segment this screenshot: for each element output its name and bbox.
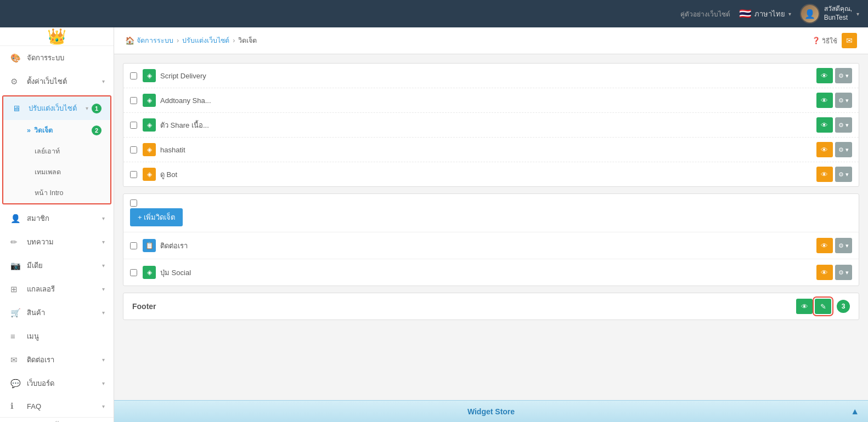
standalone-actions-social: 👁 ⚙ ▾: [816, 265, 852, 280]
user-info[interactable]: 👤 สวัสดีคุณ, BunTest ▾: [800, 4, 859, 24]
widget-settings-button-share[interactable]: ⚙ ▾: [835, 117, 852, 133]
content-area: ◈ Script Delivery 👁 ⚙ ▾ ◈ Addtoany Sha..…: [114, 54, 868, 400]
widget-checkbox-script-delivery[interactable]: [130, 72, 137, 79]
sidebar-sub-item-template[interactable]: เทมเพลด: [3, 162, 110, 183]
sidebar-item-gallery[interactable]: ⊞ แกลเลอรี ▾: [0, 277, 114, 301]
avatar-image: 👤: [801, 5, 819, 22]
sub-intro-label: หน้า Intro: [35, 187, 64, 198]
sidebar-sub-item-layout[interactable]: เลย์เอาท์: [3, 141, 110, 162]
widget-settings-button-hashatit[interactable]: ⚙ ▾: [835, 142, 852, 157]
standalone-settings-button-contact[interactable]: ⚙ ▾: [835, 238, 852, 253]
sidebar-item-members[interactable]: 👤 สมาชิก ▾: [0, 207, 114, 230]
add-widget-checkbox[interactable]: [130, 199, 137, 207]
widget-name-hashatit: hashatit: [160, 146, 816, 154]
widget-name-share: ตัว Share เนื้อ...: [160, 119, 816, 131]
widget-row-hashatit: ◈ hashatit 👁 ⚙ ▾: [123, 138, 859, 162]
guide-link[interactable]: คู่ตัวอย่างเว็บไซต์: [680, 9, 730, 19]
sidebar-item-board[interactable]: 💬 เว็บบอร์ด ▾: [0, 372, 114, 395]
widget-settings-button-du-bot[interactable]: ⚙ ▾: [835, 167, 852, 182]
customize-icon: 🖥: [12, 104, 24, 113]
board-icon: 💬: [10, 379, 22, 389]
settings-arrow-icon: ▾: [102, 78, 105, 84]
widget-icon-hashatit: ◈: [143, 143, 156, 156]
widget-name-addtoany: Addtoany Sha...: [160, 96, 816, 105]
widget-actions-hashatit: 👁 ⚙ ▾: [816, 142, 852, 157]
notification-icon: ✉: [846, 36, 853, 45]
sidebar-item-products[interactable]: 🛒 สินค้า ▾: [0, 301, 114, 324]
widget-actions-du-bot: 👁 ⚙ ▾: [816, 167, 852, 182]
sidebar-item-manage[interactable]: 🎨 จัดการระบบ: [0, 46, 114, 70]
sidebar-item-media[interactable]: 📷 มีเดีย ▾: [0, 254, 114, 277]
standalone-row-contact: 📋 ติดต่อเรา 👁 ⚙ ▾: [123, 232, 859, 259]
sub-template-label: เทมเพลด: [35, 167, 61, 178]
widget-store-bar[interactable]: Widget Store ▲: [114, 400, 868, 422]
products-arrow-icon: ▾: [102, 310, 105, 316]
lang-selector[interactable]: 🇹🇭 ภาษาไทย ▾: [739, 8, 791, 20]
standalone-row-social: ◈ ปุ่ม Social 👁 ⚙ ▾: [123, 259, 859, 286]
sidebar-menu: 🎨 จัดการระบบ ⚙ ตั้งค่าเว็บไซต์ ▾ 🖥 ปรับแ…: [0, 46, 114, 417]
widget-list-container: ◈ Script Delivery 👁 ⚙ ▾ ◈ Addtoany Sha..…: [123, 63, 859, 187]
home-icon: 🏠: [125, 36, 134, 45]
top-header: คู่ตัวอย่างเว็บไซต์ 🇹🇭 ภาษาไทย ▾ 👤 สวัสด…: [0, 0, 868, 27]
standalone-icon-contact: 📋: [143, 239, 156, 252]
widget-store-label: Widget Store: [467, 407, 515, 416]
sidebar-label-media: มีเดีย: [27, 260, 102, 271]
widget-checkbox-share[interactable]: [130, 122, 137, 129]
help-icon: ❓: [812, 37, 820, 44]
sidebar-label-manage: จัดการระบบ: [27, 52, 105, 64]
sidebar-item-contact[interactable]: ✉ ติดต่อเรา ▾: [0, 348, 114, 372]
members-arrow-icon: ▾: [102, 215, 105, 221]
lang-chevron-icon: ▾: [788, 11, 791, 17]
add-widget-section: + เพิ่มวิดเจ็ต 📋 ติดต่อเรา 👁 ⚙ ▾ ◈: [123, 193, 859, 286]
help-button[interactable]: ❓ วิธีใช้: [812, 36, 837, 46]
widget-checkbox-hashatit[interactable]: [130, 146, 137, 153]
widget-checkbox-addtoany[interactable]: [130, 97, 137, 104]
standalone-settings-button-social[interactable]: ⚙ ▾: [835, 265, 852, 280]
widget-eye-button-script-delivery[interactable]: 👁: [816, 68, 833, 83]
sidebar-sub-item-widget[interactable]: วิดเจ็ต 2: [3, 120, 110, 141]
sidebar-sub-item-intro[interactable]: หน้า Intro: [3, 183, 110, 203]
standalone-icon-social: ◈: [143, 266, 156, 279]
widget-actions-addtoany: 👁 ⚙ ▾: [816, 93, 852, 108]
sub-layout-label: เลย์เอาท์: [35, 146, 60, 157]
breadcrumb-home[interactable]: 🏠 จัดการระบบ: [125, 35, 173, 46]
sidebar-item-faq[interactable]: ℹ FAQ ▾: [0, 395, 114, 417]
standalone-actions-contact: 👁 ⚙ ▾: [816, 238, 852, 253]
footer-eye-button[interactable]: 👁: [796, 299, 813, 314]
widget-settings-button-script-delivery[interactable]: ⚙ ▾: [835, 68, 852, 83]
widget-settings-button-addtoany[interactable]: ⚙ ▾: [835, 93, 852, 108]
widget-icon-du-bot: ◈: [143, 168, 156, 181]
widget-eye-button-addtoany[interactable]: 👁: [816, 93, 833, 108]
settings-icon: ⚙: [10, 77, 22, 87]
sidebar-item-customize[interactable]: 🖥 ปรับแต่งเว็บไซต์ ▾ 1: [3, 96, 110, 120]
gallery-icon: ⊞: [10, 284, 22, 294]
standalone-eye-button-contact[interactable]: 👁: [816, 238, 833, 253]
standalone-checkbox-social[interactable]: [130, 269, 137, 276]
widget-name-du-bot: ดู Bot: [160, 169, 816, 180]
widget-eye-button-share[interactable]: 👁: [816, 117, 833, 133]
user-name-block: สวัสดีคุณ, BunTest: [824, 5, 852, 22]
notification-button[interactable]: ✉: [842, 33, 857, 48]
sidebar-collapse-button[interactable]: «: [0, 417, 114, 422]
main-layout: 👑 🎨 จัดการระบบ ⚙ ตั้งค่าเว็บไซต์ ▾ 🖥 ปรั…: [0, 27, 868, 422]
breadcrumb: 🏠 จัดการระบบ › ปรับแต่งเว็บไซต์ › วิดเจ็…: [125, 35, 257, 46]
sidebar-item-menu[interactable]: ≡ เมนู: [0, 324, 114, 348]
sub-widget-label: วิดเจ็ต: [34, 125, 53, 136]
widget-checkbox-du-bot[interactable]: [130, 171, 137, 178]
standalone-checkbox-contact[interactable]: [130, 242, 137, 249]
sidebar-item-posts[interactable]: ✏ บทความ ▾: [0, 230, 114, 254]
sidebar-item-settings[interactable]: ⚙ ตั้งค่าเว็บไซต์ ▾: [0, 70, 114, 93]
customize-badge: 1: [92, 104, 102, 113]
standalone-eye-button-social[interactable]: 👁: [816, 265, 833, 280]
breadcrumb-bar: 🏠 จัดการระบบ › ปรับแต่งเว็บไซต์ › วิดเจ็…: [114, 27, 868, 54]
widget-actions-share: 👁 ⚙ ▾: [816, 117, 852, 133]
footer-actions: 👁 ✎ 3: [796, 299, 850, 314]
widget-row-addtoany: ◈ Addtoany Sha... 👁 ⚙ ▾: [123, 88, 859, 113]
add-widget-button[interactable]: + เพิ่มวิดเจ็ต: [130, 208, 183, 226]
breadcrumb-home-label: จัดการระบบ: [137, 35, 173, 46]
widget-eye-button-hashatit[interactable]: 👁: [816, 142, 833, 157]
footer-edit-button[interactable]: ✎: [815, 299, 831, 314]
widget-eye-button-du-bot[interactable]: 👁: [816, 167, 833, 182]
breadcrumb-sep2: ›: [233, 37, 235, 44]
breadcrumb-level1[interactable]: ปรับแต่งเว็บไซต์: [182, 35, 229, 46]
